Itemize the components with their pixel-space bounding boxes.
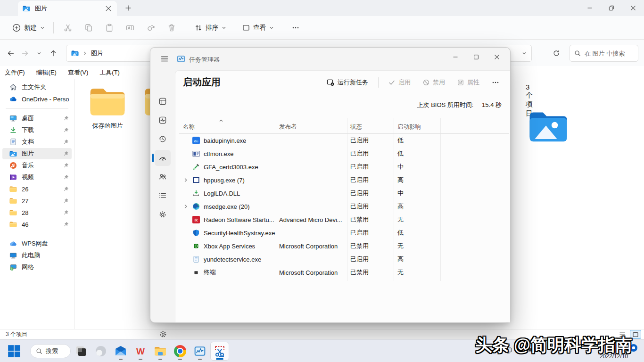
startup-app-row[interactable]: SecurityHealthSystray.exe已启用低 bbox=[179, 226, 509, 239]
taskbar-chrome-button[interactable] bbox=[171, 342, 190, 361]
startup-app-row[interactable]: yundetectservice.exe已启用高 bbox=[179, 253, 509, 266]
new-button[interactable]: 新建 bbox=[8, 19, 50, 36]
tm-rail-services[interactable] bbox=[155, 206, 171, 222]
new-tab-button[interactable] bbox=[124, 4, 132, 12]
share-button[interactable] bbox=[140, 19, 161, 36]
startup-app-row[interactable]: dubaidupinyin.exe已启用低 bbox=[179, 134, 509, 147]
sidebar-item-网络[interactable]: 网络 bbox=[2, 262, 72, 273]
window-minimize-button[interactable] bbox=[579, 0, 601, 16]
column-header-status[interactable]: 状态 bbox=[347, 123, 394, 131]
cut-button[interactable] bbox=[58, 19, 78, 36]
run-new-task-button[interactable]: 运行新任务 bbox=[322, 75, 373, 90]
menu-item-3[interactable]: 工具(T) bbox=[99, 68, 120, 77]
search-box bbox=[570, 45, 638, 62]
start-button[interactable] bbox=[8, 345, 21, 358]
taskbar-sphere-button[interactable] bbox=[91, 342, 110, 361]
properties-button[interactable]: 属性 bbox=[452, 75, 485, 90]
cell-impact: 中 bbox=[394, 189, 440, 197]
sidebar-item-28[interactable]: 28 bbox=[2, 207, 72, 218]
sidebar-item-WPS网盘[interactable]: WPS网盘 bbox=[2, 238, 72, 249]
folder-icon bbox=[9, 185, 17, 193]
explorer-tab-pictures[interactable]: 图片 bbox=[18, 1, 117, 16]
sidebar-item-OneDrive - Persona[interactable]: OneDrive - Persona bbox=[2, 93, 72, 105]
taskbar-mail-button[interactable] bbox=[111, 342, 130, 361]
menu-item-1[interactable]: 编辑(E) bbox=[36, 68, 57, 77]
tm-rail-details[interactable] bbox=[155, 188, 171, 204]
refresh-button[interactable] bbox=[549, 46, 564, 61]
app-name: SecurityHealthSystray.exe bbox=[204, 230, 275, 237]
more-options-button[interactable] bbox=[285, 19, 306, 36]
startup-apps-table: 名称 发布者 状态 启动影响 dubaidupinyin.exe已启用低ctfm… bbox=[179, 118, 509, 279]
taskbar-file-explorer-button[interactable] bbox=[151, 342, 170, 361]
copy-button[interactable] bbox=[78, 19, 99, 36]
cell-name: Xbox App Services bbox=[179, 242, 276, 250]
column-header-name[interactable]: 名称 bbox=[179, 123, 276, 131]
startup-app-row[interactable]: RRadeon Software Startu...Advanced Micro… bbox=[179, 213, 509, 226]
view-button[interactable]: 查看 bbox=[238, 19, 279, 36]
sidebar-item-主文件夹[interactable]: 主文件夹 bbox=[2, 82, 72, 93]
tm-rail-users[interactable] bbox=[155, 169, 171, 185]
rename-button[interactable] bbox=[120, 19, 140, 36]
startup-app-row[interactable]: msedge.exe (20)已启用高 bbox=[179, 200, 509, 213]
taskbar-snipping-button[interactable] bbox=[210, 342, 229, 361]
startup-app-row[interactable]: Xbox App ServicesMicrosoft Corporation已禁… bbox=[179, 239, 509, 253]
tm-rail-startup-apps[interactable] bbox=[155, 150, 171, 166]
tm-rail-app-history[interactable] bbox=[155, 131, 171, 147]
window-restore-button[interactable] bbox=[601, 0, 622, 16]
pictures-folder-preview-icon bbox=[528, 109, 569, 143]
paste-button[interactable] bbox=[99, 19, 120, 36]
tm-minimize-button[interactable] bbox=[445, 49, 466, 65]
sidebar-item-图片[interactable]: 图片 bbox=[2, 148, 72, 159]
tm-close-button[interactable] bbox=[487, 49, 507, 65]
security-shield-icon bbox=[192, 229, 200, 237]
taskbar-search[interactable]: 搜索 bbox=[30, 344, 71, 358]
users-icon bbox=[158, 173, 167, 181]
sidebar-item-下载[interactable]: 下载 bbox=[2, 124, 72, 136]
bios-time-value: 15.4 秒 bbox=[482, 101, 502, 108]
sidebar-item-视频[interactable]: 视频 bbox=[2, 172, 72, 183]
menu-item-0[interactable]: 文件(F) bbox=[5, 68, 25, 77]
column-header-impact[interactable]: 启动影响 bbox=[394, 123, 440, 131]
startup-app-row[interactable]: LogiLDA.DLL已启用中 bbox=[179, 187, 509, 200]
breadcrumb-location[interactable]: 图片 bbox=[91, 49, 103, 58]
search-input[interactable] bbox=[585, 50, 634, 57]
taskbar-app-dark-button[interactable] bbox=[72, 342, 91, 361]
sort-button[interactable]: 排序 bbox=[190, 19, 231, 36]
enable-button[interactable]: 启用 bbox=[383, 75, 416, 90]
sidebar-item-26[interactable]: 26 bbox=[2, 183, 72, 195]
navigation-menu-button[interactable] bbox=[157, 51, 172, 66]
disable-button[interactable]: 禁用 bbox=[418, 75, 450, 90]
window-close-button[interactable] bbox=[622, 0, 644, 16]
tm-maximize-button[interactable] bbox=[466, 49, 487, 65]
startup-app-row[interactable]: GFA_certd3003.exe已启用中 bbox=[179, 160, 509, 173]
chevron-down-icon[interactable] bbox=[522, 51, 527, 56]
tm-rail-performance[interactable] bbox=[155, 112, 171, 128]
up-button[interactable] bbox=[46, 46, 60, 60]
tm-settings-button[interactable] bbox=[157, 328, 170, 341]
tm-more-button[interactable] bbox=[487, 75, 504, 90]
startup-app-row[interactable]: hppusg.exe (7)已启用高 bbox=[179, 173, 509, 187]
cell-status: 已禁用 bbox=[347, 215, 394, 224]
taskbar-task-manager-button[interactable] bbox=[190, 342, 209, 361]
sidebar-item-桌面[interactable]: 桌面 bbox=[2, 113, 72, 124]
tab-close-icon[interactable] bbox=[105, 5, 112, 12]
expand-chevron-icon[interactable] bbox=[183, 204, 189, 209]
settings-icon bbox=[159, 330, 167, 338]
tm-rail-processes[interactable] bbox=[155, 93, 171, 109]
sidebar-item-此电脑[interactable]: 此电脑 bbox=[2, 250, 72, 261]
sidebar-item-27[interactable]: 27 bbox=[2, 195, 72, 206]
expand-chevron-icon[interactable] bbox=[183, 177, 189, 183]
sidebar-item-音乐[interactable]: 音乐 bbox=[2, 160, 72, 171]
delete-button[interactable] bbox=[161, 19, 182, 36]
folder-tile-saved-pictures[interactable]: 保存的图片 bbox=[85, 86, 130, 130]
taskbar-wps-button[interactable]: W bbox=[131, 342, 150, 361]
forward-button[interactable] bbox=[18, 46, 32, 60]
startup-app-row[interactable]: 终端Microsoft Corporation已禁用无 bbox=[179, 266, 509, 279]
startup-app-row[interactable]: ctfmon.exe已启用低 bbox=[179, 147, 509, 160]
column-header-publisher[interactable]: 发布者 bbox=[276, 123, 347, 131]
sidebar-item-46[interactable]: 46 bbox=[2, 219, 72, 230]
recent-locations-button[interactable] bbox=[32, 46, 46, 60]
sidebar-item-文档[interactable]: 文档 bbox=[2, 136, 72, 148]
back-button[interactable] bbox=[4, 46, 18, 60]
menu-item-2[interactable]: 查看(V) bbox=[68, 68, 88, 77]
